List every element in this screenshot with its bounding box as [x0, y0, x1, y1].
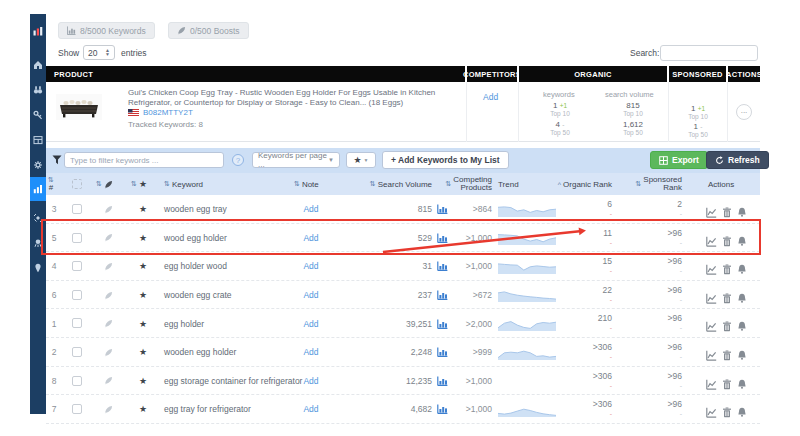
sort-by-star-header[interactable]: ⇅ ★: [131, 173, 147, 195]
select-all-checkbox[interactable]: [72, 179, 82, 189]
add-keywords-button[interactable]: + Add Keywords to My List: [382, 151, 509, 169]
help-icon[interactable]: ?: [232, 154, 244, 166]
boost-rocket-icon[interactable]: [102, 224, 114, 253]
row-number: 8: [48, 367, 60, 396]
row-checkbox[interactable]: [72, 347, 82, 357]
sidebar-item-listings[interactable]: [30, 129, 46, 151]
sidebar-item-home[interactable]: [30, 54, 46, 76]
sidebar-item-alerts[interactable]: [30, 232, 46, 254]
sidebar-item-operations[interactable]: [30, 154, 46, 176]
robot-icon: [33, 238, 43, 248]
search-input[interactable]: [660, 45, 758, 61]
star-toggle[interactable]: ★: [137, 395, 149, 424]
export-button[interactable]: Export: [650, 151, 708, 169]
star-filter-dropdown[interactable]: ★ ▼: [346, 152, 376, 168]
add-note-link[interactable]: Add: [286, 395, 336, 424]
row-delete-button[interactable]: [722, 404, 733, 415]
sponsored-rank-value: >96-: [616, 372, 682, 390]
row-chart-button[interactable]: [706, 318, 717, 329]
sponsored-top10-value: 1 +1: [678, 104, 718, 113]
competing-products-column-header[interactable]: ⇅Competing Products: [442, 173, 492, 195]
row-alert-button[interactable]: [737, 204, 748, 215]
boost-rocket-icon[interactable]: [102, 195, 114, 224]
sort-by-boost-header[interactable]: ⇅: [96, 173, 113, 195]
sidebar-item-follow-up[interactable]: [30, 207, 46, 229]
add-note-link[interactable]: Add: [286, 309, 336, 338]
row-delete-button[interactable]: [722, 290, 733, 301]
refresh-button[interactable]: Refresh: [706, 151, 769, 169]
select-arrows-icon: ▲▼: [105, 49, 110, 56]
keywords-quota-button[interactable]: 8/5000 Keywords: [58, 22, 155, 39]
row-checkbox[interactable]: [72, 404, 82, 414]
boost-rocket-icon[interactable]: [102, 281, 114, 310]
show-label: Show: [58, 48, 79, 58]
boost-rocket-icon[interactable]: [102, 395, 114, 424]
star-toggle[interactable]: ★: [137, 195, 149, 224]
add-note-link[interactable]: Add: [286, 281, 336, 310]
row-checkbox[interactable]: [72, 376, 82, 386]
sidebar-item-keyword-research[interactable]: [30, 104, 46, 126]
star-toggle[interactable]: ★: [137, 252, 149, 281]
note-column-header[interactable]: ⇅Note: [294, 173, 319, 195]
keyword-column-header[interactable]: ⇅Keyword: [164, 173, 203, 195]
row-alert-button[interactable]: [737, 261, 748, 272]
row-alert-button[interactable]: [737, 290, 748, 301]
row-checkbox[interactable]: [72, 204, 82, 214]
row-delete-button[interactable]: [722, 376, 733, 387]
organic-search-volume-subheader: search volume: [605, 90, 654, 99]
sidebar-item-keyword-tracker[interactable]: [30, 177, 46, 201]
product-more-button[interactable]: ...: [736, 104, 752, 120]
row-alert-button[interactable]: [737, 233, 748, 244]
star-toggle[interactable]: ★: [137, 224, 149, 253]
boosts-quota-button[interactable]: 0/500 Boosts: [168, 22, 249, 39]
add-note-link[interactable]: Add: [286, 367, 336, 396]
chevron-down-icon: ▼: [328, 157, 334, 163]
row-alert-button[interactable]: [737, 347, 748, 358]
sidebar-item-black-box[interactable]: [30, 79, 46, 101]
product-asin-link[interactable]: B082MTTY2T: [143, 108, 193, 117]
keyword-filter-input[interactable]: [64, 152, 224, 168]
add-note-link[interactable]: Add: [286, 252, 336, 281]
add-competitors-link[interactable]: Add: [483, 92, 498, 102]
row-alert-button[interactable]: [737, 376, 748, 387]
add-note-link[interactable]: Add: [286, 224, 336, 253]
row-delete-button[interactable]: [722, 204, 733, 215]
row-checkbox[interactable]: [72, 261, 82, 271]
organic-rank-value: 15-: [546, 257, 612, 275]
boost-rocket-icon[interactable]: [102, 252, 114, 281]
row-chart-button[interactable]: [706, 261, 717, 272]
row-checkbox[interactable]: [72, 233, 82, 243]
row-chart-button[interactable]: [706, 233, 717, 244]
row-chart-button[interactable]: [706, 376, 717, 387]
add-note-link[interactable]: Add: [286, 195, 336, 224]
row-alert-button[interactable]: [737, 318, 748, 329]
sponsored-rank-value: >96-: [616, 343, 682, 361]
search-volume-column-header[interactable]: ⇅Search Volume: [366, 173, 432, 195]
row-alert-button[interactable]: [737, 404, 748, 415]
boost-rocket-icon[interactable]: [102, 367, 114, 396]
organic-rank-column-header[interactable]: ^Organic Rank: [546, 173, 612, 195]
row-checkbox[interactable]: [72, 290, 82, 300]
row-delete-button[interactable]: [722, 347, 733, 358]
star-toggle[interactable]: ★: [137, 367, 149, 396]
star-toggle[interactable]: ★: [137, 281, 149, 310]
row-chart-button[interactable]: [706, 404, 717, 415]
star-toggle[interactable]: ★: [137, 338, 149, 367]
row-checkbox[interactable]: [72, 318, 82, 328]
entries-select[interactable]: 20 ▲▼: [83, 45, 115, 60]
sponsored-rank-column-header[interactable]: ⇅Sponsored Rank: [612, 173, 682, 195]
row-chart-button[interactable]: [706, 290, 717, 301]
star-toggle[interactable]: ★: [137, 309, 149, 338]
row-delete-button[interactable]: [722, 261, 733, 272]
row-number: 2: [48, 338, 60, 367]
boost-rocket-icon[interactable]: [102, 309, 114, 338]
add-note-link[interactable]: Add: [286, 338, 336, 367]
row-delete-button[interactable]: [722, 233, 733, 244]
row-chart-button[interactable]: [706, 204, 717, 215]
keywords-per-page-select[interactable]: Keywords per page ... ▼: [252, 152, 340, 168]
sort-by-number-header[interactable]: ⇅#: [48, 173, 54, 195]
row-delete-button[interactable]: [722, 318, 733, 329]
row-chart-button[interactable]: [706, 347, 717, 358]
boost-rocket-icon[interactable]: [102, 338, 114, 367]
sidebar-item-pinned[interactable]: [30, 257, 46, 279]
